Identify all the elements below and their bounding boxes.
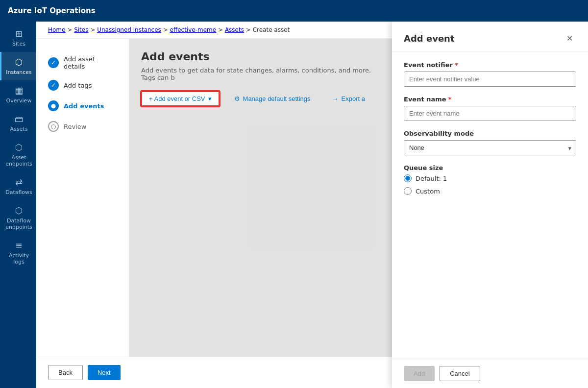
sidebar: ⊞ Sites ⬡ Instances ▦ Overview 🗃 Assets … (0, 22, 36, 388)
overview-icon: ▦ (15, 85, 23, 96)
next-button[interactable]: Next (88, 365, 121, 380)
top-bar: Azure IoT Operations (0, 0, 588, 22)
export-button[interactable]: → Export a (325, 92, 372, 105)
required-star: * (455, 61, 458, 69)
breadcrumb-effective-meme[interactable]: effective-meme (170, 26, 217, 33)
sidebar-item-label: Sites (12, 41, 25, 47)
asset-endpoints-icon: ⬡ (15, 142, 23, 152)
assets-icon: 🗃 (15, 114, 24, 124)
sidebar-item-dataflows[interactable]: ⇄ Dataflows (0, 172, 36, 200)
queue-size-custom-option[interactable]: Custom (404, 187, 576, 195)
sidebar-item-label: Instances (6, 69, 32, 75)
main-layout: ⊞ Sites ⬡ Instances ▦ Overview 🗃 Assets … (0, 22, 588, 388)
queue-size-custom-label: Custom (416, 188, 440, 195)
step-label: Add asset details (64, 55, 117, 70)
queue-size-default-option[interactable]: Default: 1 (404, 174, 576, 182)
sidebar-item-asset-endpoints[interactable]: ⬡ Asset endpoints (0, 137, 36, 172)
step-icon-active: ● (48, 100, 59, 111)
observability-mode-select-wrapper: None Log Gauge Counter Histogram (404, 140, 576, 155)
wizard-step-add-asset-details[interactable]: ✓ Add asset details (44, 50, 121, 75)
breadcrumb-current: Create asset (253, 26, 290, 33)
sidebar-item-activity-logs[interactable]: ≡ Activity logs (0, 235, 36, 270)
manage-default-settings-button[interactable]: ⚙ Manage default settings (227, 92, 318, 105)
sidebar-item-assets[interactable]: 🗃 Assets (0, 109, 36, 137)
gear-icon: ⚙ (234, 95, 240, 102)
step-icon-completed: ✓ (48, 80, 59, 91)
step-icon-pending: ○ (48, 121, 59, 132)
sidebar-item-dataflow-endpoints[interactable]: ⬡ Dataflow endpoints (0, 200, 36, 235)
export-icon: → (332, 95, 339, 102)
add-event-label: + Add event or CSV (149, 95, 205, 102)
sidebar-item-overview[interactable]: ▦ Overview (0, 80, 36, 109)
sidebar-item-label: Overview (6, 97, 32, 104)
panel-footer: Add Cancel (392, 359, 588, 388)
page-description: Add events to get data for state changes… (141, 67, 386, 81)
wizard-step-review[interactable]: ○ Review (44, 116, 121, 137)
wizard-step-add-events[interactable]: ● Add events (44, 96, 121, 116)
app-title: Azure IoT Operations (8, 6, 96, 15)
add-event-or-csv-button[interactable]: + Add event or CSV ▾ (141, 91, 220, 106)
step-label: Add tags (64, 82, 92, 89)
event-name-label: Event name * (404, 96, 576, 103)
activity-logs-icon: ≡ (15, 240, 23, 250)
dataflows-icon: ⇄ (15, 177, 23, 187)
dropdown-arrow-icon: ▾ (208, 95, 212, 102)
wizard-steps: ✓ Add asset details ✓ Add tags ● Add eve… (36, 39, 129, 357)
required-star-2: * (448, 96, 452, 103)
queue-size-default-label: Default: 1 (416, 175, 447, 182)
step-icon-completed: ✓ (48, 57, 59, 68)
event-notifier-input[interactable] (404, 72, 576, 87)
sites-icon: ⊞ (15, 28, 23, 39)
add-button[interactable]: Add (404, 366, 435, 381)
sidebar-item-sites[interactable]: ⊞ Sites (0, 24, 36, 52)
queue-size-label: Queue size (404, 164, 576, 171)
queue-size-field-group: Queue size Default: 1 Custom (404, 164, 576, 195)
export-label: Export a (342, 95, 365, 102)
sidebar-item-label: Dataflow endpoints (3, 218, 34, 230)
event-name-input[interactable] (404, 106, 576, 121)
breadcrumb-assets[interactable]: Assets (225, 26, 244, 33)
event-notifier-field-group: Event notifier * (404, 61, 576, 87)
back-button[interactable]: Back (48, 365, 83, 380)
observability-mode-label: Observability mode (404, 130, 576, 137)
sidebar-item-label: Assets (10, 126, 28, 132)
sidebar-item-label: Asset endpoints (3, 154, 34, 167)
queue-size-radio-group: Default: 1 Custom (404, 174, 576, 195)
queue-size-custom-radio[interactable] (404, 187, 412, 195)
event-notifier-label: Event notifier * (404, 61, 576, 69)
step-label: Add events (64, 102, 104, 110)
panel-header: Add event ✕ (392, 22, 588, 51)
panel-title: Add event (404, 33, 455, 44)
observability-mode-select[interactable]: None Log Gauge Counter Histogram (404, 140, 576, 155)
dataflow-endpoints-icon: ⬡ (15, 205, 23, 216)
close-panel-button[interactable]: ✕ (563, 31, 576, 45)
queue-size-default-radio[interactable] (404, 174, 412, 182)
breadcrumb-unassigned[interactable]: Unassigned instances (97, 26, 161, 33)
breadcrumb-home[interactable]: Home (48, 26, 65, 33)
event-name-field-group: Event name * (404, 96, 576, 121)
instances-icon: ⬡ (15, 57, 23, 67)
cancel-button[interactable]: Cancel (440, 366, 480, 381)
observability-mode-field-group: Observability mode None Log Gauge Counte… (404, 130, 576, 155)
sidebar-item-label: Activity logs (3, 252, 34, 265)
step-label: Review (64, 123, 86, 130)
add-event-panel: Add event ✕ Event notifier * Event name (392, 22, 588, 388)
wizard-step-add-tags[interactable]: ✓ Add tags (44, 75, 121, 96)
sidebar-item-label: Dataflows (5, 189, 32, 195)
manage-label: Manage default settings (243, 95, 311, 102)
panel-body: Event notifier * Event name * (392, 51, 588, 359)
breadcrumb-sites[interactable]: Sites (74, 26, 88, 33)
sidebar-item-instances[interactable]: ⬡ Instances (0, 52, 36, 80)
content-area: Home > Sites > Unassigned instances > ef… (36, 22, 588, 388)
